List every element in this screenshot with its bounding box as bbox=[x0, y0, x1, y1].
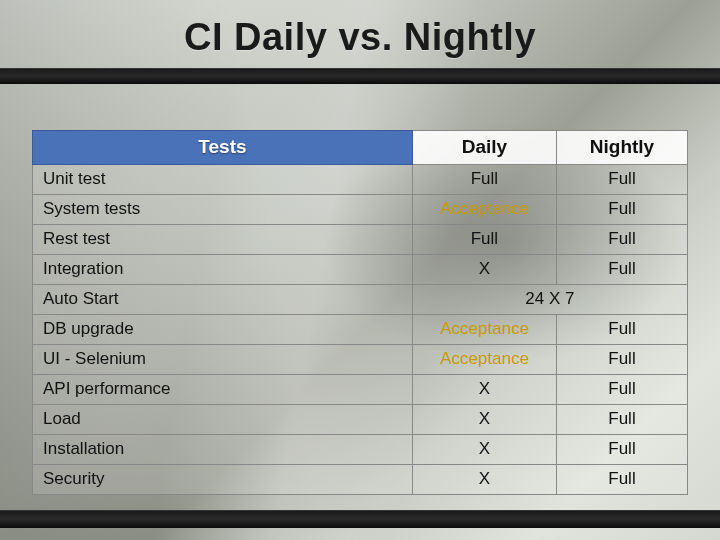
daily-cell: Full bbox=[412, 165, 556, 195]
test-name-cell: Installation bbox=[33, 435, 413, 465]
table-header-row: Tests Daily Nightly bbox=[33, 131, 688, 165]
daily-cell: X bbox=[412, 435, 556, 465]
test-name-cell: API performance bbox=[33, 375, 413, 405]
daily-cell: Full bbox=[412, 225, 556, 255]
table-row: SecurityXFull bbox=[33, 465, 688, 495]
nightly-cell: Full bbox=[556, 255, 687, 285]
nightly-cell: Full bbox=[556, 225, 687, 255]
table-row: Auto Start24 X 7 bbox=[33, 285, 688, 315]
table-row: InstallationXFull bbox=[33, 435, 688, 465]
nightly-cell: Full bbox=[556, 165, 687, 195]
col-header-tests: Tests bbox=[33, 131, 413, 165]
table-row: Unit testFullFull bbox=[33, 165, 688, 195]
daily-cell: X bbox=[412, 405, 556, 435]
comparison-table-container: Tests Daily Nightly Unit testFullFullSys… bbox=[32, 130, 688, 495]
nightly-cell: Full bbox=[556, 435, 687, 465]
test-name-cell: Unit test bbox=[33, 165, 413, 195]
table-row: LoadXFull bbox=[33, 405, 688, 435]
table-row: IntegrationXFull bbox=[33, 255, 688, 285]
daily-cell: X bbox=[412, 375, 556, 405]
nightly-cell: Full bbox=[556, 195, 687, 225]
nightly-cell: Full bbox=[556, 345, 687, 375]
page-title: CI Daily vs. Nightly bbox=[0, 16, 720, 59]
daily-cell: X bbox=[412, 255, 556, 285]
table-row: Rest testFullFull bbox=[33, 225, 688, 255]
comparison-table: Tests Daily Nightly Unit testFullFullSys… bbox=[32, 130, 688, 495]
test-name-cell: System tests bbox=[33, 195, 413, 225]
daily-cell: Acceptance bbox=[412, 345, 556, 375]
nightly-cell: Full bbox=[556, 315, 687, 345]
test-name-cell: Auto Start bbox=[33, 285, 413, 315]
test-name-cell: Security bbox=[33, 465, 413, 495]
daily-cell: Acceptance bbox=[412, 315, 556, 345]
col-header-daily: Daily bbox=[412, 131, 556, 165]
test-name-cell: Integration bbox=[33, 255, 413, 285]
table-row: UI - SeleniumAcceptanceFull bbox=[33, 345, 688, 375]
nightly-cell: Full bbox=[556, 465, 687, 495]
daily-cell: Acceptance bbox=[412, 195, 556, 225]
table-row: System testsAcceptanceFull bbox=[33, 195, 688, 225]
span-value-cell: 24 X 7 bbox=[412, 285, 687, 315]
test-name-cell: UI - Selenium bbox=[33, 345, 413, 375]
nightly-cell: Full bbox=[556, 375, 687, 405]
table-row: DB upgradeAcceptanceFull bbox=[33, 315, 688, 345]
test-name-cell: Rest test bbox=[33, 225, 413, 255]
daily-cell: X bbox=[412, 465, 556, 495]
col-header-nightly: Nightly bbox=[556, 131, 687, 165]
nightly-cell: Full bbox=[556, 405, 687, 435]
table-row: API performanceXFull bbox=[33, 375, 688, 405]
test-name-cell: Load bbox=[33, 405, 413, 435]
test-name-cell: DB upgrade bbox=[33, 315, 413, 345]
